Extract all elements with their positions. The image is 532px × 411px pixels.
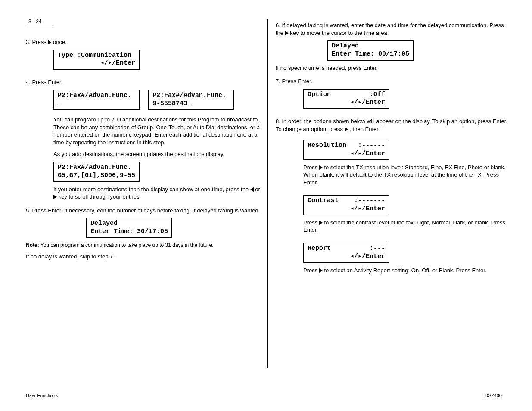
step8-text-b: , then Enter. bbox=[349, 126, 380, 132]
step-5: 5. Press Enter. If necessary, edit the n… bbox=[26, 207, 261, 261]
step3-text-a: 3. Press bbox=[26, 39, 48, 45]
lcd-resolution: Resolution :------ ◂/▸/Enter bbox=[303, 140, 389, 160]
step-8: 8. In order, the options shown below wil… bbox=[276, 118, 510, 274]
lcd-report: Report :--- ◂/▸/Enter bbox=[303, 243, 389, 263]
lcd-option-off: Option :Off ◂/▸/Enter bbox=[303, 89, 389, 109]
right-arrow-icon bbox=[319, 165, 323, 170]
res-text-b: to select the TX resolution level: Stand… bbox=[303, 164, 506, 186]
rep-text-b: to select an Activity Report setting: On… bbox=[324, 267, 486, 274]
step-4: 4. Press Enter. P2:Fax#/Advan.Func. _ P2… bbox=[26, 78, 261, 200]
step3-text-b: once. bbox=[53, 39, 67, 45]
lcd-delayed-30: Delayed Enter Time: 30/17:05 bbox=[86, 218, 172, 238]
right-arrow-icon bbox=[285, 31, 289, 35]
right-arrow-icon bbox=[48, 40, 51, 44]
con-text-b: to select the contrast level of the fax:… bbox=[303, 219, 505, 234]
con-text-a: Press bbox=[303, 219, 319, 226]
lcd-fax-dests: P2:Fax#/Advan.Func. G5,G7,[01],S006,9-55 bbox=[53, 162, 140, 182]
step-6: 6. If delayed faxing is wanted, enter th… bbox=[276, 22, 510, 72]
res-text-a: Press bbox=[303, 164, 319, 171]
lcd-fax-number: P2:Fax#/Advan.Func. 9-5558743_ bbox=[148, 90, 234, 110]
footer-right: DS2400 bbox=[485, 392, 502, 399]
step6-text-b: key to move the cursor to the time area. bbox=[290, 30, 389, 36]
column-divider bbox=[267, 19, 268, 368]
right-arrow-icon bbox=[319, 221, 323, 225]
step-3: 3. Press once. Type :Communication ◂/▸/E… bbox=[26, 38, 261, 72]
step5-note: Note: You can program a communication to… bbox=[26, 242, 261, 249]
step4-para2: As you add destinations, the screen upda… bbox=[53, 150, 261, 158]
lcd-type-communication: Type :Communication ◂/▸/Enter bbox=[53, 50, 140, 70]
right-arrow-icon bbox=[53, 195, 57, 199]
page-number: 3 - 24 bbox=[26, 17, 52, 26]
step-7: 7. Press Enter. Option :Off ◂/▸/Enter bbox=[276, 78, 510, 112]
step4-para3: If you enter more destinations than the … bbox=[53, 186, 261, 201]
step4-para1: You can program up to 700 additional des… bbox=[53, 116, 261, 146]
lcd-fax-blank: P2:Fax#/Advan.Func. _ bbox=[53, 90, 140, 110]
step8-text-a: 8. In order, the options shown below wil… bbox=[276, 118, 507, 132]
right-arrow-icon bbox=[319, 268, 323, 273]
right-column: 6. If delayed faxing is wanted, enter th… bbox=[276, 17, 510, 280]
right-arrow-icon bbox=[345, 127, 348, 131]
step5-text-a: 5. Press Enter. If necessary, edit the n… bbox=[26, 207, 261, 215]
step6-para: If no specific time is needed, press Ent… bbox=[276, 64, 510, 72]
step5-text-b: If no delay is wanted, skip to step 7. bbox=[26, 253, 261, 261]
footer-left: User Functions bbox=[26, 392, 58, 399]
step4-text: 4. Press Enter. bbox=[26, 78, 261, 86]
rep-text-a: Press bbox=[303, 267, 319, 274]
left-column: 3 - 24 3. Press once. Type :Communicatio… bbox=[26, 17, 261, 266]
step7-text: 7. Press Enter. bbox=[276, 78, 510, 85]
left-arrow-icon bbox=[250, 187, 254, 192]
lcd-delayed-00: Delayed Enter Time: 00/17:05 bbox=[327, 40, 414, 61]
lcd-contrast: Contrast :------- ◂/▸/Enter bbox=[303, 195, 389, 215]
